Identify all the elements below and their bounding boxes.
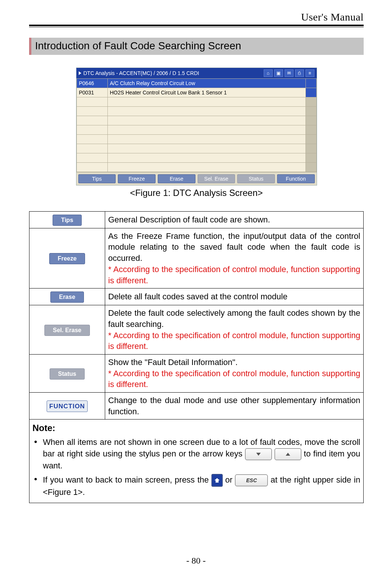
figure-caption: <Figure 1: DTC Analysis Screen>: [29, 188, 364, 199]
table-row[interactable]: [76, 135, 316, 144]
svg-marker-0: [256, 453, 261, 456]
table-row[interactable]: [76, 116, 316, 125]
table-row[interactable]: P0646A/C Clutch Relay Control Circuit Lo…: [76, 79, 316, 88]
note-item-2-text-a: If you want to back to main screen, pres…: [43, 475, 211, 484]
scrollbar[interactable]: [305, 135, 316, 144]
freeze-button[interactable]: Freeze: [118, 174, 156, 183]
dtc-code: [76, 116, 107, 125]
dtc-code: [76, 135, 107, 144]
desc-text: Change to the dual mode and use other su…: [108, 396, 360, 416]
desc-text-cell: As the Freeze Frame function, the input/…: [105, 228, 364, 288]
esc-key-icon: ESC: [235, 474, 268, 486]
desc-text: Delete all fault codes saved at the cont…: [108, 292, 288, 301]
scrollbar[interactable]: [305, 163, 316, 172]
scrollbar[interactable]: [305, 153, 316, 163]
erase-badge: Erase: [50, 291, 84, 303]
desc-text-cell: Delete the fault code selectively among …: [105, 305, 364, 355]
dtc-code: [76, 107, 107, 116]
desc-note: * According to the specification of cont…: [108, 331, 360, 351]
svg-marker-1: [286, 453, 290, 456]
dtc-code: [76, 153, 107, 163]
dtc-desc: [107, 116, 305, 125]
desc-row: StatusShow the "Fault Detail Information…: [29, 354, 364, 392]
dtc-desc: [107, 125, 305, 135]
desc-note: * According to the specification of cont…: [108, 369, 360, 389]
desc-button-cell: Status: [29, 354, 105, 392]
rule-top-thin: [29, 27, 364, 27]
dtc-code: [76, 97, 107, 107]
page-number: - 80 -: [0, 556, 392, 566]
desc-text: Show the "Fault Detail Information".: [108, 358, 238, 367]
rule-top-thick: [29, 25, 364, 26]
scrollbar[interactable]: [305, 116, 316, 125]
note-item-2: If you want to back to main screen, pres…: [32, 474, 360, 498]
erase-button[interactable]: Erase: [158, 174, 195, 183]
table-row[interactable]: P0031HO2S Heater Control Circuit Low Ban…: [76, 88, 316, 97]
desc-text: Delete the fault code selectively among …: [108, 308, 360, 329]
note-cell: Note: When all items are not shown in on…: [29, 420, 364, 503]
dtc-code: [76, 125, 107, 135]
dtc-table: P0646A/C Clutch Relay Control Circuit Lo…: [76, 78, 317, 172]
dtc-desc: [107, 153, 305, 163]
note-item-2-text-b: or: [225, 475, 235, 484]
table-row[interactable]: [76, 144, 316, 153]
camera-icon[interactable]: ▣: [274, 69, 283, 77]
note-heading: Note:: [32, 422, 360, 434]
desc-row: TipsGeneral Description of fault code ar…: [29, 211, 364, 228]
tips-badge: Tips: [53, 215, 82, 226]
dtc-code: [76, 163, 107, 172]
desc-text-cell: General Description of fault code are sh…: [105, 211, 364, 228]
function-button[interactable]: Function: [277, 174, 315, 183]
sel-erase-badge: Sel. Erase: [44, 325, 90, 336]
desc-button-cell: FUNCTION: [29, 393, 105, 420]
menu-icon[interactable]: ≡: [305, 69, 314, 77]
scrollbar[interactable]: [305, 88, 316, 97]
status-badge: Status: [50, 368, 85, 380]
dtc-desc: [107, 107, 305, 116]
scrollbar[interactable]: [305, 125, 316, 135]
table-row[interactable]: [76, 97, 316, 107]
scrollbar[interactable]: [305, 97, 316, 107]
dtc-desc: [107, 163, 305, 172]
table-row[interactable]: [76, 163, 316, 172]
arrow-down-key-icon: [245, 448, 272, 460]
desc-text: General Description of fault code are sh…: [108, 215, 270, 224]
dtc-desc: HO2S Heater Control Circuit Low Bank 1 S…: [107, 88, 305, 97]
scrollbar[interactable]: [305, 79, 316, 88]
dtc-desc: [107, 144, 305, 153]
table-row[interactable]: [76, 107, 316, 116]
function-badge: FUNCTION: [47, 400, 88, 412]
desc-button-cell: Sel. Erase: [29, 305, 105, 355]
dtc-desc: A/C Clutch Relay Control Circuit Low: [107, 79, 305, 88]
freeze-badge: Freeze: [49, 253, 85, 264]
desc-text-cell: Change to the dual mode and use other su…: [105, 393, 364, 420]
home-icon[interactable]: ⌂: [264, 69, 273, 77]
scrollbar[interactable]: [305, 144, 316, 153]
dtc-titlebar: DTC Analysis - ACCENT(MC) / 2006 / D 1.5…: [76, 68, 317, 78]
note-item-1: When all items are not shown in one scre…: [32, 437, 360, 472]
dtc-code: [76, 144, 107, 153]
print-icon[interactable]: ⎙: [295, 69, 304, 77]
dtc-code: P0031: [76, 88, 107, 97]
table-row[interactable]: [76, 125, 316, 135]
dtc-desc: [107, 135, 305, 144]
desc-button-cell: Erase: [29, 288, 105, 305]
desc-row: FUNCTIONChange to the dual mode and use …: [29, 393, 364, 420]
message-icon[interactable]: ✉: [285, 69, 294, 77]
desc-button-cell: Tips: [29, 211, 105, 228]
dtc-screenshot: DTC Analysis - ACCENT(MC) / 2006 / D 1.5…: [76, 68, 317, 185]
scrollbar[interactable]: [305, 107, 316, 116]
table-row[interactable]: [76, 153, 316, 163]
tips-button[interactable]: Tips: [78, 174, 116, 183]
dtc-button-bar: TipsFreezeEraseSel. EraseStatusFunction: [76, 172, 317, 185]
running-head: User's Manual: [29, 11, 364, 23]
dtc-code: P0646: [76, 79, 107, 88]
desc-text-cell: Show the "Fault Detail Information".* Ac…: [105, 354, 364, 392]
desc-button-cell: Freeze: [29, 228, 105, 288]
desc-text-cell: Delete all fault codes saved at the cont…: [105, 288, 364, 305]
sel-erase-button: Sel. Erase: [198, 174, 235, 183]
desc-text: As the Freeze Frame function, the input/…: [108, 231, 360, 263]
section-title: Introduction of Fault Code Searching Scr…: [29, 38, 364, 55]
status-button: Status: [237, 174, 275, 183]
arrow-up-key-icon: [275, 448, 301, 460]
